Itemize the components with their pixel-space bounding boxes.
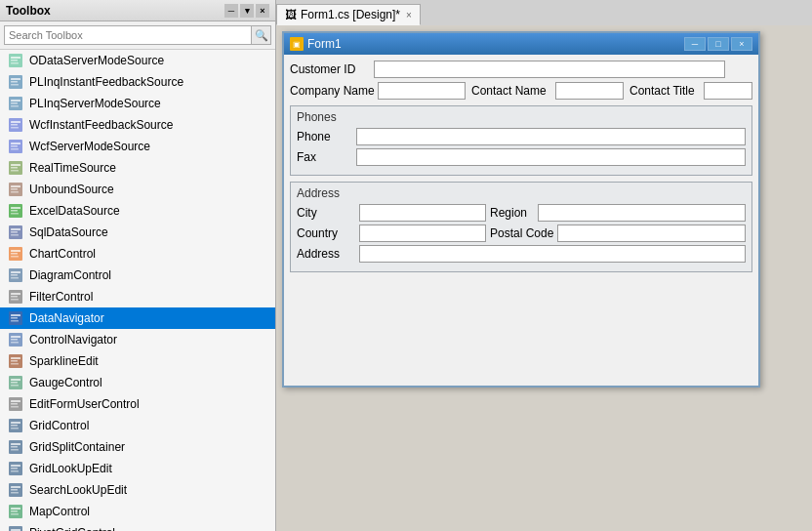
contact-name-input[interactable]: [555, 82, 624, 100]
toolbox-item-icon: [8, 160, 23, 176]
toolbox-item-label: MapControl: [29, 505, 90, 518]
toolbox-item-icon: [8, 289, 23, 305]
svg-rect-51: [11, 320, 19, 322]
country-postal-row: Country Postal Code: [297, 225, 746, 242]
svg-rect-7: [11, 84, 19, 86]
phones-group: Phones Phone Fax: [290, 105, 752, 176]
svg-rect-18: [11, 145, 18, 147]
form-minimize-button[interactable]: ─: [684, 37, 706, 51]
toolbox-item-label: ControlNavigator: [29, 333, 117, 347]
toolbox-item[interactable]: MapControl: [0, 501, 275, 522]
region-input[interactable]: [538, 204, 746, 222]
svg-rect-11: [11, 105, 19, 107]
svg-rect-15: [11, 127, 19, 129]
svg-rect-87: [11, 513, 19, 515]
city-input[interactable]: [359, 204, 486, 222]
toolbox-item[interactable]: ChartControl: [0, 243, 275, 265]
contact-title-input[interactable]: [704, 82, 752, 100]
svg-rect-83: [11, 492, 19, 494]
toolbox-item[interactable]: EditFormUserControl: [0, 393, 275, 415]
form-maximize-button[interactable]: □: [708, 37, 729, 51]
svg-rect-6: [11, 81, 18, 83]
toolbox-item[interactable]: FilterControl: [0, 286, 275, 307]
toolbox-item[interactable]: GridLookUpEdit: [0, 458, 275, 479]
form-window: ▣ Form1 ─ □ × Customer ID Compan: [282, 31, 760, 388]
toolbox-item-label: DiagramControl: [29, 268, 111, 282]
address-row: Address: [297, 245, 746, 263]
tab-close-button[interactable]: ×: [406, 10, 412, 20]
search-input[interactable]: [4, 25, 252, 45]
svg-rect-69: [11, 422, 20, 424]
toolbox-item[interactable]: WcfServerModeSource: [0, 136, 275, 157]
toolbox-item-icon: [8, 96, 23, 111]
toolbox-item[interactable]: GridControl: [0, 415, 275, 436]
phone-input[interactable]: [356, 128, 746, 145]
country-input[interactable]: [359, 225, 486, 242]
svg-rect-39: [11, 256, 19, 258]
design-canvas[interactable]: ▣ Form1 ─ □ × Customer ID Compan: [276, 25, 812, 531]
customer-id-input[interactable]: [374, 61, 725, 78]
svg-rect-75: [11, 449, 19, 451]
company-name-label: Company Name: [290, 84, 372, 98]
address-group-title: Address: [297, 186, 746, 200]
toolbox-item-label: GaugeControl: [29, 376, 102, 389]
toolbox-item-icon: [8, 461, 23, 476]
toolbox-item[interactable]: PivotGridControl: [0, 522, 275, 531]
svg-rect-30: [11, 210, 18, 212]
toolbox-item[interactable]: GaugeControl: [0, 372, 275, 393]
svg-rect-81: [11, 486, 20, 488]
city-region-row: City Region: [297, 204, 746, 222]
toolbox-item-label: DataNavigator: [29, 311, 104, 325]
postal-input[interactable]: [557, 225, 746, 242]
toolbox-search-bar: 🔍: [0, 21, 275, 50]
svg-rect-86: [11, 511, 18, 512]
svg-rect-19: [11, 148, 19, 150]
toolbox-item[interactable]: ODataServerModeSource: [0, 50, 275, 71]
svg-rect-70: [11, 425, 18, 427]
toolbox-item-label: ODataServerModeSource: [29, 54, 164, 67]
toolbox-pin-button[interactable]: ─: [224, 4, 238, 18]
design-tab[interactable]: 🖼 Form1.cs [Design]* ×: [276, 4, 421, 25]
toolbox-item[interactable]: PLInqServerModeSource: [0, 93, 275, 114]
svg-rect-61: [11, 379, 20, 381]
toolbox-item[interactable]: GridSplitContainer: [0, 436, 275, 458]
toolbox-item-icon: [8, 182, 23, 197]
svg-rect-34: [11, 231, 18, 233]
tab-icon: 🖼: [285, 9, 297, 20]
address-input[interactable]: [359, 245, 746, 263]
toolbox-item-label: FilterControl: [29, 290, 93, 304]
toolbox-menu-button[interactable]: ▾: [240, 4, 254, 18]
svg-rect-27: [11, 191, 19, 193]
toolbox-item[interactable]: WcfInstantFeedbackSource: [0, 114, 275, 136]
toolbox-item[interactable]: RealTimeSource: [0, 157, 275, 179]
toolbox-item-icon: [8, 139, 23, 154]
toolbox-item[interactable]: DataNavigator: [0, 307, 275, 329]
company-name-input[interactable]: [378, 82, 466, 100]
toolbox-item-label: SparklineEdit: [29, 354, 99, 368]
toolbox-item[interactable]: SparklineEdit: [0, 350, 275, 372]
toolbox-item[interactable]: ExcelDataSource: [0, 200, 275, 222]
toolbox-item-icon: [8, 418, 23, 433]
toolbox-item[interactable]: PLInqInstantFeedbackSource: [0, 71, 275, 93]
svg-rect-23: [11, 170, 19, 172]
toolbox-item-icon: [8, 225, 23, 240]
toolbox-item[interactable]: SearchLookUpEdit: [0, 479, 275, 501]
svg-rect-42: [11, 274, 18, 276]
search-icon-button[interactable]: 🔍: [252, 25, 271, 45]
svg-rect-37: [11, 250, 20, 252]
toolbox-item[interactable]: DiagramControl: [0, 265, 275, 286]
toolbox-header: Toolbox ─ ▾ ×: [0, 0, 275, 21]
toolbox-item[interactable]: SqlDataSource: [0, 222, 275, 243]
toolbox-item[interactable]: UnboundSource: [0, 179, 275, 200]
region-label: Region: [490, 206, 534, 220]
form-titlebar: ▣ Form1 ─ □ ×: [284, 33, 758, 55]
fax-input[interactable]: [356, 148, 746, 166]
toolbox-item[interactable]: ControlNavigator: [0, 329, 275, 350]
toolbox-close-button[interactable]: ×: [256, 4, 269, 18]
svg-rect-31: [11, 213, 19, 215]
address-group: Address City Region Country Postal Code: [290, 182, 752, 272]
svg-rect-10: [11, 102, 18, 104]
svg-rect-67: [11, 406, 19, 408]
form-close-button[interactable]: ×: [731, 37, 752, 51]
svg-rect-14: [11, 124, 18, 126]
